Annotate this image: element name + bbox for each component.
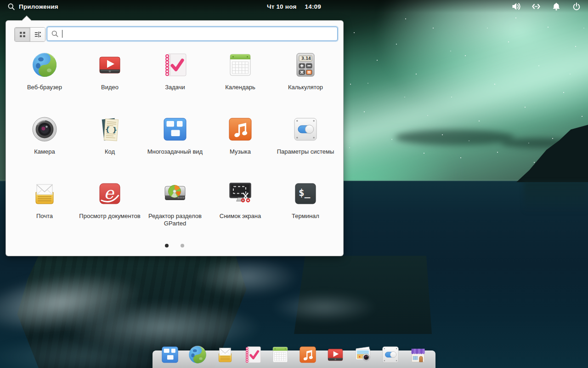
- app-label: Параметры системы: [277, 148, 334, 155]
- app-camera[interactable]: Камера: [12, 111, 77, 175]
- document-viewer-icon: [95, 179, 124, 208]
- datetime-indicator[interactable]: Чт 10 ноя 14:09: [0, 0, 588, 13]
- app-label: Веб-браузер: [27, 84, 62, 91]
- text-caret: [62, 30, 62, 38]
- dock-video[interactable]: [325, 344, 346, 365]
- app-calendar[interactable]: Календарь: [208, 46, 273, 111]
- grid-view-icon: [19, 31, 26, 38]
- top-panel: Приложения Чт 10 ноя 14:09: [0, 0, 588, 13]
- app-label: Календарь: [225, 84, 255, 91]
- app-label: Многозадачный вид: [147, 148, 203, 155]
- gparted-icon: [160, 179, 190, 208]
- app-video[interactable]: Видео: [77, 46, 142, 111]
- app-grid: Веб-браузер Видео Задачи Календарь Кальк…: [12, 46, 338, 240]
- search-entry[interactable]: [47, 27, 338, 41]
- search-icon: [51, 30, 59, 38]
- calculator-icon: [291, 50, 320, 80]
- dock-system-settings[interactable]: [380, 344, 401, 365]
- wallpaper-wave-foam: [193, 258, 299, 296]
- wallpaper-cloud: [395, 130, 514, 145]
- network-indicator[interactable]: [531, 1, 541, 12]
- grid-view-button[interactable]: [15, 28, 30, 41]
- dock-mail[interactable]: [215, 344, 236, 365]
- notifications-indicator[interactable]: [551, 1, 561, 12]
- app-label: Снимок экрана: [220, 213, 261, 220]
- list-view-icon: [34, 31, 41, 38]
- app-label: Задачи: [165, 84, 185, 91]
- code-icon: [95, 115, 124, 144]
- wallpaper-wave-foam: [271, 293, 377, 322]
- music-icon: [226, 115, 255, 144]
- app-terminal[interactable]: Терминал: [273, 175, 338, 240]
- app-label: Просмотр документов: [79, 213, 140, 220]
- dock-web-browser[interactable]: [187, 344, 208, 365]
- bell-icon: [552, 2, 561, 11]
- panel-time: 14:09: [305, 3, 321, 10]
- mail-icon: [30, 179, 59, 208]
- session-indicator[interactable]: [571, 1, 582, 12]
- network-icon: [531, 1, 541, 12]
- app-label: Камера: [34, 148, 55, 155]
- list-view-button[interactable]: [30, 28, 45, 41]
- camera-icon: [30, 115, 59, 144]
- page-dot-1[interactable]: [165, 244, 169, 247]
- screenshot-icon: [226, 179, 255, 208]
- app-web-browser[interactable]: Веб-браузер: [12, 46, 77, 111]
- dock-tasks[interactable]: [242, 344, 263, 365]
- app-label: Видео: [101, 84, 119, 91]
- dock: [153, 344, 435, 365]
- terminal-icon: [291, 179, 320, 208]
- wallpaper-cliff-reflection: [524, 181, 588, 213]
- app-music[interactable]: Музыка: [208, 111, 273, 175]
- web-browser-icon: [30, 50, 59, 80]
- dock-photos[interactable]: [352, 344, 373, 365]
- app-label: Почта: [36, 213, 53, 220]
- app-label: Музыка: [230, 148, 251, 155]
- dock-music[interactable]: [297, 344, 318, 365]
- view-switcher: [14, 27, 45, 42]
- app-document-viewer[interactable]: Просмотр документов: [77, 175, 142, 240]
- dock-calendar[interactable]: [270, 344, 291, 365]
- app-calculator[interactable]: Калькулятор: [273, 46, 338, 111]
- application-launcher: Веб-браузер Видео Задачи Календарь Кальк…: [6, 20, 344, 256]
- panel-indicators: [508, 0, 584, 13]
- calendar-icon: [226, 50, 255, 80]
- volume-indicator[interactable]: [511, 1, 521, 12]
- dock-multitasking-view[interactable]: [159, 344, 181, 365]
- app-label: Редактор разделов GParted: [143, 213, 207, 228]
- system-settings-icon: [291, 115, 320, 144]
- app-mail[interactable]: Почта: [12, 175, 77, 240]
- volume-icon: [511, 1, 521, 12]
- tasks-icon: [160, 50, 190, 80]
- search-input[interactable]: [66, 30, 334, 38]
- app-label: Терминал: [292, 213, 319, 220]
- app-label: Код: [105, 148, 115, 155]
- page-dot-2[interactable]: [181, 244, 184, 247]
- app-system-settings[interactable]: Параметры системы: [273, 111, 338, 175]
- app-gparted[interactable]: Редактор разделов GParted: [142, 175, 208, 240]
- app-tasks[interactable]: Задачи: [142, 46, 208, 111]
- app-multitasking-view[interactable]: Многозадачный вид: [142, 111, 208, 175]
- video-icon: [95, 50, 124, 80]
- app-code[interactable]: Код: [77, 111, 142, 175]
- power-icon: [572, 2, 581, 11]
- app-label: Калькулятор: [288, 84, 323, 91]
- multitasking-view-icon: [160, 115, 190, 144]
- page-switcher: [6, 244, 343, 247]
- panel-date: Чт 10 ноя: [267, 3, 297, 10]
- dock-appcenter[interactable]: [407, 344, 429, 365]
- app-screenshot[interactable]: Снимок экрана: [208, 175, 273, 240]
